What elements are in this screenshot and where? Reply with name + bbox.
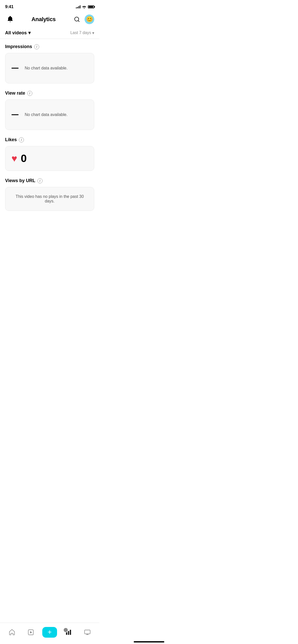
impressions-card: No chart data available. [5, 53, 94, 83]
view-rate-title: View rate [5, 91, 25, 96]
wifi-icon [82, 5, 86, 9]
signal-icon [76, 5, 80, 8]
all-videos-label: All videos [5, 30, 27, 36]
views-by-url-info-icon[interactable]: i [37, 178, 43, 183]
likes-header: Likes i [5, 137, 94, 142]
view-rate-info-icon[interactable]: i [27, 91, 32, 96]
status-icons [76, 5, 94, 9]
search-button[interactable] [72, 14, 82, 24]
all-videos-chevron: ▾ [28, 30, 31, 36]
date-range-chevron: ▾ [92, 31, 94, 35]
likes-title: Likes [5, 137, 17, 142]
all-videos-filter[interactable]: All videos ▾ [5, 30, 31, 36]
impressions-chart-indicator [11, 68, 19, 69]
impressions-header: Impressions i [5, 44, 94, 49]
views-by-url-card: This video has no plays in the past 30 d… [5, 187, 94, 211]
view-rate-chart-indicator [11, 114, 19, 115]
bell-button[interactable] [5, 14, 15, 24]
status-time: 9:41 [5, 4, 13, 9]
views-by-url-title: Views by URL [5, 178, 35, 183]
content-area: Impressions i No chart data available. V… [0, 39, 99, 243]
nav-right-actions: 😊 [72, 14, 94, 24]
nav-bar: Analytics 😊 [0, 12, 99, 27]
views-by-url-header: Views by URL i [5, 178, 94, 183]
heart-icon: ♥ [11, 154, 17, 163]
impressions-section: Impressions i No chart data available. [5, 44, 94, 83]
date-range-label: Last 7 days [70, 31, 91, 35]
status-bar: 9:41 [0, 0, 99, 12]
filter-bar: All videos ▾ Last 7 days ▾ [0, 27, 99, 39]
likes-card: ♥ 0 [5, 146, 94, 171]
battery-icon [88, 5, 94, 8]
impressions-no-data-text: No chart data available. [25, 66, 67, 70]
view-rate-no-data-text: No chart data available. [25, 112, 67, 117]
avatar[interactable]: 😊 [85, 14, 94, 24]
likes-info-icon[interactable]: i [19, 137, 24, 142]
impressions-title: Impressions [5, 44, 32, 49]
likes-section: Likes i ♥ 0 [5, 137, 94, 171]
view-rate-card: No chart data available. [5, 99, 94, 130]
views-by-url-text: This video has no plays in the past 30 d… [11, 194, 88, 203]
view-rate-header: View rate i [5, 91, 94, 96]
date-range-filter[interactable]: Last 7 days ▾ [70, 31, 94, 35]
page-title: Analytics [31, 16, 56, 23]
impressions-info-icon[interactable]: i [34, 44, 39, 49]
views-by-url-section: Views by URL i This video has no plays i… [5, 178, 94, 211]
likes-count: 0 [21, 152, 26, 165]
view-rate-section: View rate i No chart data available. [5, 91, 94, 130]
